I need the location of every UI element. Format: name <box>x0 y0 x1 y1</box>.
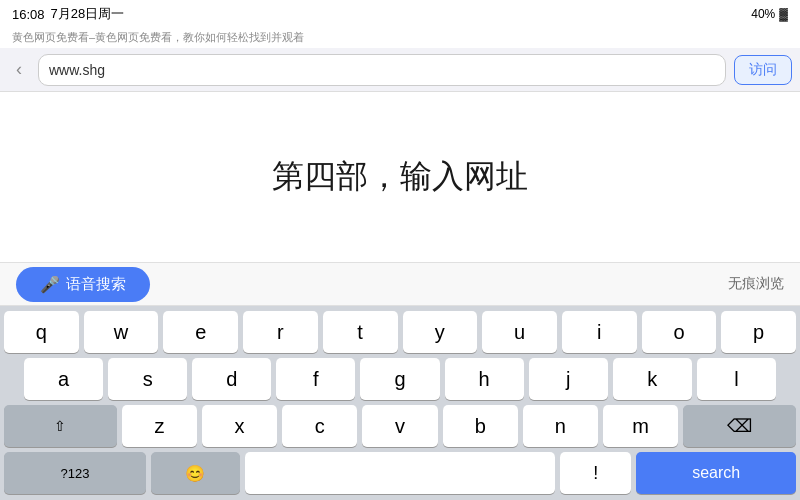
keyboard: q w e r t y u i o p a s d f g h j k l ⇧ … <box>0 306 800 500</box>
search-key[interactable]: search <box>636 452 796 494</box>
key-i[interactable]: i <box>562 311 637 353</box>
key-c[interactable]: c <box>282 405 357 447</box>
date: 7月28日周一 <box>51 5 125 23</box>
key-h[interactable]: h <box>445 358 524 400</box>
key-a[interactable]: a <box>24 358 103 400</box>
battery-icon: ▓ <box>779 7 788 21</box>
key-f[interactable]: f <box>276 358 355 400</box>
key-n[interactable]: n <box>523 405 598 447</box>
time: 16:08 <box>12 7 45 22</box>
url-bar[interactable]: www.shg <box>38 54 726 86</box>
space-key[interactable] <box>245 452 556 494</box>
key-m[interactable]: m <box>603 405 678 447</box>
key-t[interactable]: t <box>323 311 398 353</box>
keyboard-row-2: a s d f g h j k l <box>0 353 800 400</box>
key-z[interactable]: z <box>122 405 197 447</box>
key-w[interactable]: w <box>84 311 159 353</box>
key-u[interactable]: u <box>482 311 557 353</box>
key-o[interactable]: o <box>642 311 717 353</box>
url-text: www.shg <box>49 62 105 78</box>
microphone-icon: 🎤 <box>40 275 60 294</box>
status-right: 40% ▓ <box>751 7 788 21</box>
key-s[interactable]: s <box>108 358 187 400</box>
browser-bar: ‹ www.shg 访问 <box>0 48 800 92</box>
shift-key[interactable]: ⇧ <box>4 405 117 447</box>
key-j[interactable]: j <box>529 358 608 400</box>
keyboard-row-4: ?123 😊 ! search <box>0 447 800 498</box>
page-tab-title: 黄色网页免费看–黄色网页免费看，教你如何轻松找到并观着 <box>0 28 800 48</box>
key-b[interactable]: b <box>443 405 518 447</box>
key-g[interactable]: g <box>360 358 439 400</box>
page-content: 第四部，输入网址 <box>0 92 800 262</box>
status-bar: 16:08 7月28日周一 40% ▓ <box>0 0 800 28</box>
key-q[interactable]: q <box>4 311 79 353</box>
voice-search-button[interactable]: 🎤 语音搜索 <box>16 267 150 302</box>
key-k[interactable]: k <box>613 358 692 400</box>
emoji-key[interactable]: 😊 <box>151 452 240 494</box>
key-y[interactable]: y <box>403 311 478 353</box>
key-d[interactable]: d <box>192 358 271 400</box>
key-l[interactable]: l <box>697 358 776 400</box>
voice-search-bar: 🎤 语音搜索 无痕浏览 <box>0 262 800 306</box>
back-button[interactable]: ‹ <box>8 55 30 84</box>
key-p[interactable]: p <box>721 311 796 353</box>
numbers-key[interactable]: ?123 <box>4 452 146 494</box>
app-container: 16:08 7月28日周一 40% ▓ 黄色网页免费看–黄色网页免费看，教你如何… <box>0 0 800 500</box>
visit-button[interactable]: 访问 <box>734 55 792 85</box>
key-e[interactable]: e <box>163 311 238 353</box>
keyboard-row-3: ⇧ z x c v b n m ⌫ <box>0 400 800 447</box>
key-r[interactable]: r <box>243 311 318 353</box>
exclamation-key[interactable]: ! <box>560 452 631 494</box>
voice-btn-label: 语音搜索 <box>66 275 126 294</box>
page-title: 第四部，输入网址 <box>272 155 528 199</box>
backspace-key[interactable]: ⌫ <box>683 405 796 447</box>
key-x[interactable]: x <box>202 405 277 447</box>
key-v[interactable]: v <box>362 405 437 447</box>
status-left: 16:08 7月28日周一 <box>12 5 124 23</box>
keyboard-row-1: q w e r t y u i o p <box>0 306 800 353</box>
incognito-label: 无痕浏览 <box>728 275 784 293</box>
battery-text: 40% <box>751 7 775 21</box>
